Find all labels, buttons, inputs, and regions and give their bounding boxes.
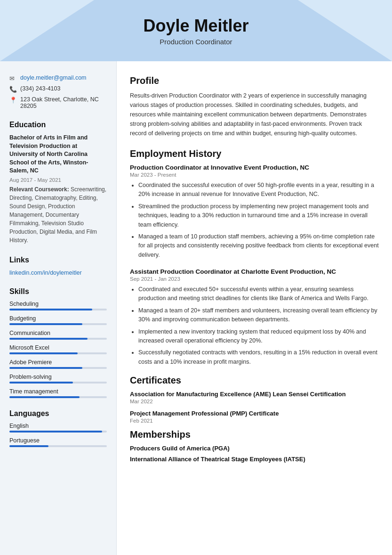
email-item: ✉ doyle.meitler@gmail.com (9, 74, 107, 82)
memberships-title: Memberships (130, 429, 379, 440)
linkedin-item: linkedin.com/in/doylemeitler (9, 269, 107, 276)
links-section: Links linkedin.com/in/doylemeitler (9, 256, 107, 276)
edu-coursework-label: Relevant Coursework: (9, 186, 71, 193)
resume-header: Doyle Meitler Production Coordinator (0, 0, 392, 61)
skills-section: Skills Scheduling Budgeting Communicatio… (9, 287, 107, 398)
certificates-title: Certificates (130, 375, 379, 386)
language-bar-fill (9, 445, 48, 447)
edu-date: Aug 2017 - May 2021 (9, 177, 107, 183)
languages-list: English Portuguese (9, 423, 107, 447)
skill-bar-bg (9, 396, 107, 398)
languages-title: Languages (9, 409, 107, 418)
links-title: Links (9, 256, 107, 264)
location-icon: 📍 (9, 97, 17, 104)
skill-bar-bg (9, 309, 107, 310)
job-bullet: Coordinated and executed 50+ successful … (138, 285, 379, 303)
phone-item: 📞 (334) 243-4103 (9, 85, 107, 93)
job-item: Production Coordinator at Innovative Eve… (130, 164, 379, 260)
email-icon: ✉ (9, 75, 17, 82)
profile-title: Profile (130, 75, 379, 86)
job-title: Assistant Production Coordinator at Char… (130, 268, 379, 275)
cert-name: Association for Manufacturing Excellence… (130, 391, 379, 398)
edu-degree: Bachelor of Arts in Film and Television … (9, 134, 107, 175)
header-triangle-right (298, 0, 392, 61)
skill-item: Budgeting (9, 315, 107, 325)
language-name: English (9, 423, 107, 429)
job-bullet: Implemented a new inventory tracking sys… (138, 327, 379, 346)
job-title: Production Coordinator at Innovative Eve… (130, 164, 379, 171)
employment-section: Employment History Production Coordinato… (130, 148, 379, 367)
skills-title: Skills (9, 287, 107, 296)
skill-bar-fill (9, 382, 73, 384)
memberships-section: Memberships Producers Guild of America (… (130, 429, 379, 463)
language-name: Portuguese (9, 437, 107, 444)
membership-item: International Alliance of Theatrical Sta… (130, 456, 379, 463)
job-date: Mar 2023 - Present (130, 172, 379, 178)
skill-bar-bg (9, 323, 107, 325)
edu-coursework-text: Screenwriting, Directing, Cinematography… (9, 186, 106, 244)
languages-section: Languages English Portuguese (9, 409, 107, 447)
email-link[interactable]: doyle.meitler@gmail.com (20, 74, 87, 81)
skill-bar-fill (9, 338, 88, 340)
skill-bar-bg (9, 367, 107, 369)
skill-bar-bg (9, 338, 107, 340)
memberships-list: Producers Guild of America (PGA)Internat… (130, 445, 379, 463)
main-layout: ✉ doyle.meitler@gmail.com 📞 (334) 243-41… (0, 61, 392, 555)
cert-item: Association for Manufacturing Excellence… (130, 391, 379, 404)
skill-name: Communication (9, 330, 107, 336)
language-item: Portuguese (9, 437, 107, 447)
skill-bar-fill (9, 309, 92, 310)
profile-section: Profile Results-driven Production Coordi… (130, 75, 379, 138)
language-bar-bg (9, 445, 107, 447)
jobs-list: Production Coordinator at Innovative Eve… (130, 164, 379, 367)
skill-bar-fill (9, 367, 82, 369)
skill-item: Adobe Premiere (9, 359, 107, 369)
education-section: Education Bachelor of Arts in Film and T… (9, 121, 107, 245)
skill-name: Problem-solving (9, 374, 107, 380)
education-title: Education (9, 121, 107, 129)
certs-list: Association for Manufacturing Excellence… (130, 391, 379, 424)
skill-bar-fill (9, 323, 82, 325)
address-item: 📍 123 Oak Street, Charlotte, NC 28205 (9, 96, 107, 109)
phone-icon: 📞 (9, 86, 17, 93)
skill-name: Scheduling (9, 301, 107, 307)
job-bullet: Streamlined the production process by im… (138, 202, 379, 229)
skill-name: Adobe Premiere (9, 359, 107, 366)
address-text: 123 Oak Street, Charlotte, NC 28205 (20, 96, 107, 109)
employment-title: Employment History (130, 148, 379, 159)
skill-name: Time management (9, 388, 107, 395)
edu-coursework: Relevant Coursework: Screenwriting, Dire… (9, 185, 107, 245)
job-bullet: Successfully negotiated contracts with v… (138, 348, 379, 367)
cert-date: Feb 2021 (130, 418, 379, 424)
skill-bar-fill (9, 352, 78, 354)
skill-item: Microsoft Excel (9, 344, 107, 354)
cert-item: Project Management Professional (PMP) Ce… (130, 410, 379, 424)
job-bullets: Coordinated the successful execution of … (130, 181, 379, 260)
skill-bar-fill (9, 396, 80, 398)
skill-bar-bg (9, 382, 107, 384)
skill-name: Budgeting (9, 315, 107, 322)
language-item: English (9, 423, 107, 433)
language-bar-fill (9, 431, 102, 433)
cert-name: Project Management Professional (PMP) Ce… (130, 410, 379, 417)
candidate-title: Production Coordinator (160, 38, 232, 46)
skill-item: Communication (9, 330, 107, 340)
contact-section: ✉ doyle.meitler@gmail.com 📞 (334) 243-41… (9, 74, 107, 109)
membership-item: Producers Guild of America (PGA) (130, 445, 379, 452)
job-bullet: Managed a team of 20+ staff members and … (138, 306, 379, 325)
phone-text: (334) 243-4103 (20, 85, 60, 92)
profile-text: Results-driven Production Coordinator wi… (130, 91, 379, 138)
skill-item: Time management (9, 388, 107, 398)
linkedin-link[interactable]: linkedin.com/in/doylemeitler (9, 269, 82, 276)
job-bullet: Managed a team of 10 production staff me… (138, 232, 379, 260)
language-bar-bg (9, 431, 107, 433)
skill-item: Scheduling (9, 301, 107, 310)
job-bullet: Coordinated the successful execution of … (138, 181, 379, 199)
job-item: Assistant Production Coordinator at Char… (130, 268, 379, 367)
skill-item: Problem-solving (9, 374, 107, 384)
cert-date: Mar 2022 (130, 399, 379, 404)
sidebar: ✉ doyle.meitler@gmail.com 📞 (334) 243-41… (0, 61, 117, 555)
main-content: Profile Results-driven Production Coordi… (117, 61, 392, 555)
job-date: Sep 2021 - Jan 2023 (130, 276, 379, 282)
skill-name: Microsoft Excel (9, 344, 107, 351)
